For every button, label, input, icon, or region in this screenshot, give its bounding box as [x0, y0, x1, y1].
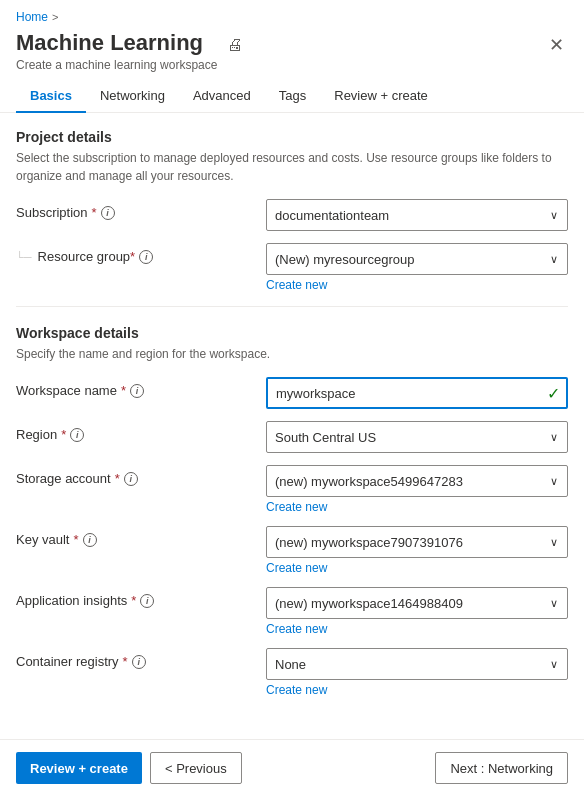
home-link[interactable]: Home: [16, 10, 48, 24]
application-insights-row: Application insights * i (new) myworkspa…: [16, 587, 568, 636]
container-registry-select[interactable]: None: [266, 648, 568, 680]
resource-group-label: └─ Resource group * i: [16, 243, 266, 264]
storage-account-row: Storage account * i (new) myworkspace549…: [16, 465, 568, 514]
region-input-group: South Central US: [266, 421, 568, 453]
workspace-name-input[interactable]: [266, 377, 568, 409]
region-select-wrapper: South Central US: [266, 421, 568, 453]
previous-button[interactable]: < Previous: [150, 752, 242, 784]
application-insights-select[interactable]: (new) myworkspace1464988409: [266, 587, 568, 619]
application-insights-info-icon[interactable]: i: [140, 594, 154, 608]
resource-group-select-wrapper: (New) myresourcegroup: [266, 243, 568, 275]
container-registry-input-group: None Create new: [266, 648, 568, 697]
key-vault-label: Key vault * i: [16, 526, 266, 547]
tab-review-create[interactable]: Review + create: [320, 80, 442, 113]
key-vault-select-wrapper: (new) myworkspace7907391076: [266, 526, 568, 558]
page-title: Machine Learning: [16, 30, 217, 56]
workspace-name-input-group: ✓: [266, 377, 568, 409]
project-details-title: Project details: [16, 129, 568, 145]
storage-account-select-wrapper: (new) myworkspace5499647283: [266, 465, 568, 497]
resource-group-row: └─ Resource group * i (New) myresourcegr…: [16, 243, 568, 292]
workspace-details-title: Workspace details: [16, 325, 568, 341]
key-vault-select[interactable]: (new) myworkspace7907391076: [266, 526, 568, 558]
workspace-name-info-icon[interactable]: i: [130, 384, 144, 398]
container-registry-row: Container registry * i None Create new: [16, 648, 568, 697]
storage-account-info-icon[interactable]: i: [124, 472, 138, 486]
workspace-details-section: Workspace details Specify the name and r…: [16, 325, 568, 697]
subscription-input-group: documentationteam: [266, 199, 568, 231]
workspace-name-label: Workspace name * i: [16, 377, 266, 398]
application-insights-label: Application insights * i: [16, 587, 266, 608]
subscription-row: Subscription * i documentationteam: [16, 199, 568, 231]
key-vault-input-group: (new) myworkspace7907391076 Create new: [266, 526, 568, 575]
tab-basics[interactable]: Basics: [16, 80, 86, 113]
tab-networking[interactable]: Networking: [86, 80, 179, 113]
storage-account-create-new-link[interactable]: Create new: [266, 500, 568, 514]
footer: Review + create < Previous Next : Networ…: [0, 739, 584, 796]
tab-bar: Basics Networking Advanced Tags Review +…: [0, 80, 584, 113]
resource-group-info-icon[interactable]: i: [139, 250, 153, 264]
storage-account-input-group: (new) myworkspace5499647283 Create new: [266, 465, 568, 514]
workspace-name-check-icon: ✓: [547, 384, 560, 403]
resource-group-select[interactable]: (New) myresourcegroup: [266, 243, 568, 275]
application-insights-create-new-link[interactable]: Create new: [266, 622, 568, 636]
review-create-button[interactable]: Review + create: [16, 752, 142, 784]
key-vault-row: Key vault * i (new) myworkspace790739107…: [16, 526, 568, 575]
tab-advanced[interactable]: Advanced: [179, 80, 265, 113]
page-subtitle: Create a machine learning workspace: [16, 58, 217, 72]
project-details-desc: Select the subscription to manage deploy…: [16, 149, 568, 185]
region-info-icon[interactable]: i: [70, 428, 84, 442]
container-registry-select-wrapper: None: [266, 648, 568, 680]
breadcrumb: Home >: [0, 0, 584, 28]
resource-group-create-new-link[interactable]: Create new: [266, 278, 568, 292]
workspace-name-input-wrapper: ✓: [266, 377, 568, 409]
storage-account-select[interactable]: (new) myworkspace5499647283: [266, 465, 568, 497]
container-registry-info-icon[interactable]: i: [132, 655, 146, 669]
storage-account-label: Storage account * i: [16, 465, 266, 486]
print-icon[interactable]: 🖨: [227, 36, 243, 54]
subscription-select[interactable]: documentationteam: [266, 199, 568, 231]
application-insights-input-group: (new) myworkspace1464988409 Create new: [266, 587, 568, 636]
region-row: Region * i South Central US: [16, 421, 568, 453]
workspace-name-row: Workspace name * i ✓: [16, 377, 568, 409]
page-header: Machine Learning Create a machine learni…: [0, 28, 584, 80]
subscription-select-wrapper: documentationteam: [266, 199, 568, 231]
key-vault-create-new-link[interactable]: Create new: [266, 561, 568, 575]
resource-group-input-group: (New) myresourcegroup Create new: [266, 243, 568, 292]
subscription-info-icon[interactable]: i: [101, 206, 115, 220]
tab-tags[interactable]: Tags: [265, 80, 320, 113]
container-registry-label: Container registry * i: [16, 648, 266, 669]
region-select[interactable]: South Central US: [266, 421, 568, 453]
main-content: Project details Select the subscription …: [0, 113, 584, 789]
container-registry-create-new-link[interactable]: Create new: [266, 683, 568, 697]
region-label: Region * i: [16, 421, 266, 442]
close-button[interactable]: ✕: [545, 32, 568, 58]
next-button[interactable]: Next : Networking: [435, 752, 568, 784]
breadcrumb-separator: >: [52, 11, 58, 23]
workspace-details-desc: Specify the name and region for the work…: [16, 345, 568, 363]
subscription-label: Subscription * i: [16, 199, 266, 220]
section-divider: [16, 306, 568, 307]
key-vault-info-icon[interactable]: i: [83, 533, 97, 547]
application-insights-select-wrapper: (new) myworkspace1464988409: [266, 587, 568, 619]
